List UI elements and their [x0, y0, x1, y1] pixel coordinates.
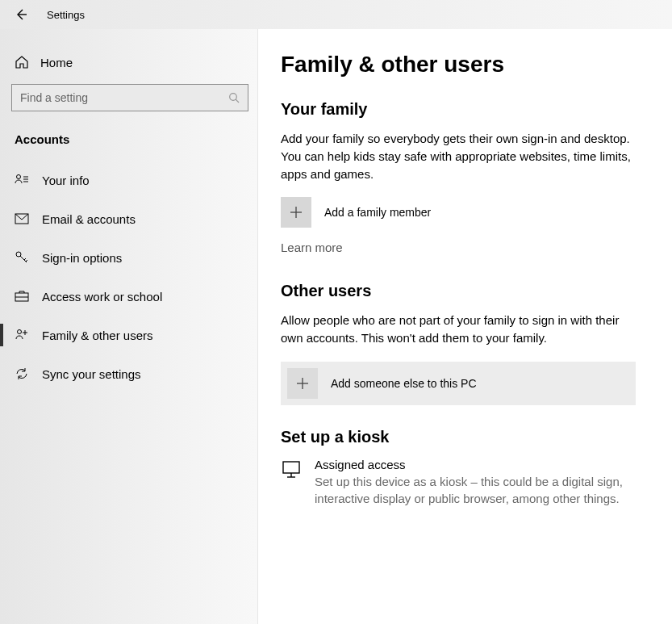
page-title: Family & other users — [281, 52, 641, 77]
titlebar: Settings — [0, 0, 672, 29]
sidebar-item-label: Email & accounts — [42, 212, 136, 226]
briefcase-icon — [15, 289, 29, 304]
key-icon — [15, 250, 29, 265]
sidebar-item-work[interactable]: Access work or school — [0, 277, 257, 316]
other-description: Allow people who are not part of your fa… — [281, 312, 636, 347]
add-family-button[interactable]: Add a family member — [281, 197, 641, 228]
sidebar-item-signin[interactable]: Sign-in options — [0, 238, 257, 277]
svg-point-0 — [230, 94, 237, 101]
add-other-button[interactable]: Add someone else to this PC — [281, 362, 636, 405]
sidebar-item-label: Your info — [42, 174, 90, 187]
add-other-label: Add someone else to this PC — [331, 377, 477, 390]
family-description: Add your family so everybody gets their … — [281, 130, 636, 182]
learn-more-link[interactable]: Learn more — [281, 241, 343, 254]
sidebar-home-label: Home — [40, 56, 73, 69]
svg-point-13 — [18, 330, 22, 334]
sidebar-nav: Your info Email & accounts Sign-in optio… — [0, 161, 257, 393]
search-input[interactable] — [11, 84, 248, 111]
main-content: Family & other users Your family Add you… — [258, 29, 672, 624]
svg-line-9 — [24, 258, 26, 260]
search-icon — [228, 92, 240, 103]
plus-icon — [287, 368, 318, 399]
other-heading: Other users — [281, 282, 641, 300]
search-field[interactable] — [20, 91, 228, 104]
kiosk-heading: Set up a kiosk — [281, 428, 641, 446]
kiosk-button[interactable]: Assigned access Set up this device as a … — [281, 458, 636, 507]
sidebar-item-your-info[interactable]: Your info — [0, 161, 257, 199]
sidebar-home[interactable]: Home — [0, 47, 257, 77]
kiosk-title: Assigned access — [315, 458, 636, 471]
sidebar-item-email[interactable]: Email & accounts — [0, 199, 257, 238]
back-icon[interactable] — [15, 8, 27, 21]
monitor-icon — [281, 458, 302, 480]
window-title: Settings — [47, 9, 85, 21]
home-icon — [15, 55, 29, 69]
sidebar-item-label: Sync your settings — [42, 367, 141, 381]
svg-line-1 — [236, 99, 239, 103]
sidebar-item-label: Family & other users — [42, 329, 153, 342]
sidebar-item-sync[interactable]: Sync your settings — [0, 354, 257, 393]
sidebar-item-label: Sign-in options — [42, 251, 122, 265]
people-icon — [15, 328, 29, 342]
user-icon — [15, 173, 29, 187]
sidebar-section-label: Accounts — [0, 126, 257, 161]
sidebar-item-label: Access work or school — [42, 290, 162, 304]
family-heading: Your family — [281, 100, 641, 119]
plus-icon — [281, 197, 311, 228]
sync-icon — [15, 366, 29, 381]
sidebar-item-family[interactable]: Family & other users — [0, 316, 257, 354]
mail-icon — [15, 211, 29, 226]
sidebar: Home Accounts Your info Ema — [0, 29, 258, 624]
svg-rect-20 — [283, 462, 299, 473]
add-family-label: Add a family member — [324, 206, 431, 219]
svg-line-10 — [26, 260, 27, 262]
kiosk-description: Set up this device as a kiosk – this cou… — [315, 473, 636, 507]
svg-point-2 — [17, 175, 21, 179]
